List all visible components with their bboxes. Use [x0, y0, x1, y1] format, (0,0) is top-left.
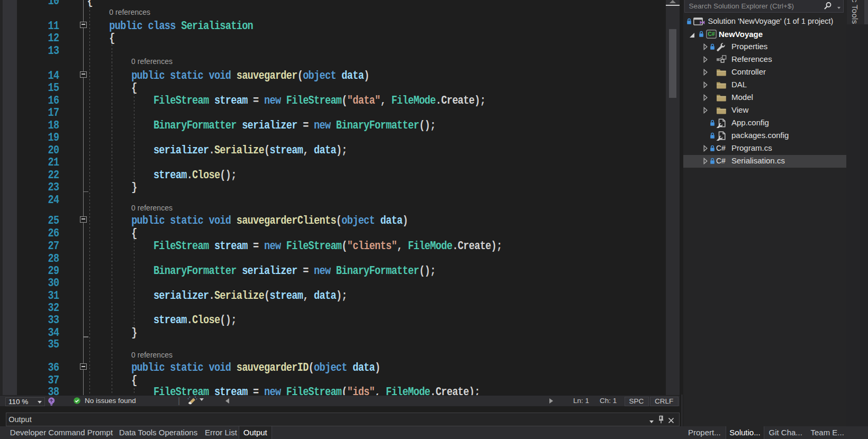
- svg-text:C#: C#: [708, 31, 715, 38]
